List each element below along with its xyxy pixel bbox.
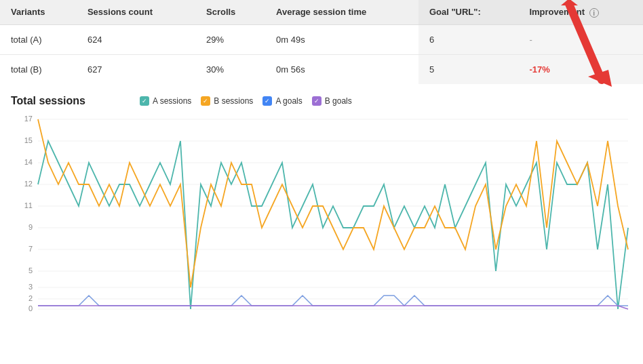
svg-text:5: 5 [28,266,33,275]
a-goals-line [38,296,628,306]
chart-legend: ✓ A sessions ✓ B sessions ✓ A goals ✓ B … [140,96,352,106]
legend-b-sessions-label: B sessions [214,96,253,106]
legend-a-sessions-label: A sessions [153,96,191,106]
cell-sessions-a: 624 [77,24,195,54]
chart-title: Total sessions [11,95,85,107]
a-sessions-check-icon: ✓ [140,96,149,106]
svg-text:3: 3 [28,283,33,291]
cell-avg-time-b: 0m 56s [265,54,418,84]
svg-text:11: 11 [24,201,33,209]
chart-section: Total sessions ✓ A sessions ✓ B sessions… [0,84,643,325]
a-goals-check-icon: ✓ [262,96,272,106]
svg-text:0: 0 [28,304,33,312]
cell-scrolls-a: 29% [195,24,265,54]
col-sessions-count: Sessions count [77,0,195,24]
svg-text:9: 9 [28,223,33,231]
line-chart-svg: 17 15 14 12 11 9 7 5 3 2 0 [11,113,632,323]
svg-text:7: 7 [28,245,33,253]
table-row: total (A) 624 29% 0m 49s 6 - [0,24,643,54]
b-sessions-check-icon: ✓ [201,96,210,106]
b-goals-line [38,306,628,309]
table-row: total (B) 627 30% 0m 56s 5 -17% [0,54,643,84]
svg-text:14: 14 [24,158,33,166]
col-goal-url: Goal "URL": [418,0,519,24]
col-scrolls: Scrolls [195,0,265,24]
legend-b-goals: ✓ B goals [312,96,352,106]
cell-sessions-b: 627 [77,54,195,84]
chart-header: Total sessions ✓ A sessions ✓ B sessions… [11,95,632,107]
red-arrow-annotation [551,0,619,87]
svg-text:2: 2 [28,294,33,302]
cell-variant-b: total (B) [0,54,77,84]
cell-scrolls-b: 30% [195,54,265,84]
svg-line-23 [569,4,602,80]
svg-text:17: 17 [24,115,33,123]
cell-variant-a: total (A) [0,24,77,54]
legend-a-goals: ✓ A goals [262,96,302,106]
cell-avg-time-a: 0m 49s [265,24,418,54]
cell-goal-b: 5 [418,54,519,84]
chart-canvas: 17 15 14 12 11 9 7 5 3 2 0 [11,113,632,325]
col-variants: Variants [0,0,77,24]
svg-text:15: 15 [24,136,33,144]
legend-b-goals-label: B goals [325,96,352,106]
svg-text:12: 12 [24,180,33,188]
b-sessions-line [38,119,628,287]
legend-a-goals-label: A goals [275,96,302,106]
legend-a-sessions: ✓ A sessions [140,96,191,106]
data-table: Variants Sessions count Scrolls Average … [0,0,643,84]
legend-b-sessions: ✓ B sessions [201,96,253,106]
b-goals-check-icon: ✓ [312,96,322,106]
col-avg-session-time: Average session time [265,0,418,24]
cell-goal-a: 6 [418,24,519,54]
